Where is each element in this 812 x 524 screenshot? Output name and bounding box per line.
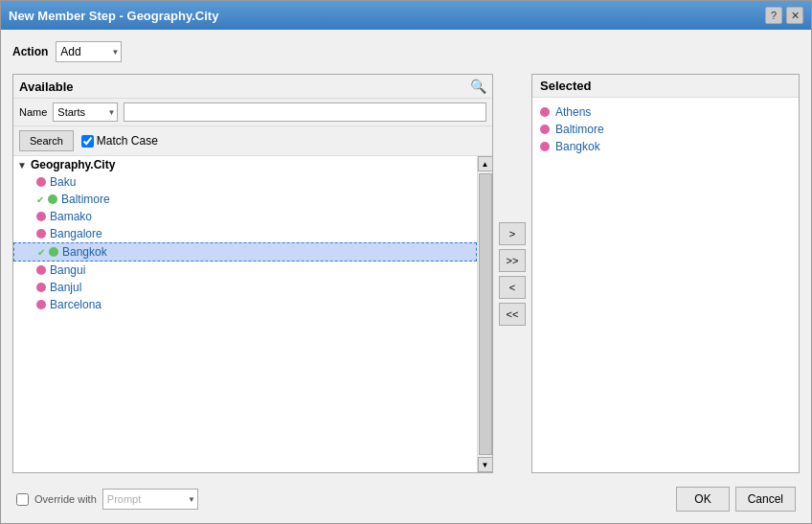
close-button[interactable]: ✕ <box>786 7 803 24</box>
item-link[interactable]: Bamako <box>50 210 92 223</box>
ok-button[interactable]: OK <box>676 487 729 512</box>
action-label: Action <box>12 45 48 58</box>
name-select-wrapper: Starts Contains Ends Equals <box>53 103 118 122</box>
list-item[interactable]: Athens <box>540 103 791 121</box>
tree-group-label: Geography.City <box>31 158 115 171</box>
name-label: Name <box>19 106 47 118</box>
action-select-wrapper: Add Remove Replace <box>56 41 122 62</box>
move-right-button[interactable]: > <box>499 222 526 245</box>
override-checkbox[interactable] <box>16 493 29 506</box>
override-row: Override with Prompt <box>16 489 198 510</box>
move-all-left-button[interactable]: << <box>499 303 526 326</box>
check-icon: ✔ <box>37 247 45 258</box>
override-label: Override with <box>34 493 97 505</box>
status-dot <box>49 247 58 257</box>
status-dot <box>36 229 46 239</box>
item-link[interactable]: Athens <box>555 105 591 119</box>
status-dot <box>36 300 46 309</box>
status-dot <box>36 283 46 292</box>
available-header: Available 🔍 <box>13 75 492 99</box>
status-dot <box>48 194 57 204</box>
list-item[interactable]: Baku <box>13 173 477 191</box>
scroll-up-button[interactable]: ▲ <box>478 156 493 171</box>
item-link[interactable]: Bangkok <box>555 140 600 153</box>
list-item[interactable]: ✔ Baltimore <box>13 191 477 208</box>
prompt-select[interactable]: Prompt <box>102 489 198 510</box>
check-icon: ✔ <box>36 194 44 205</box>
item-link[interactable]: Baku <box>50 175 76 189</box>
status-dot <box>36 265 46 275</box>
action-row: Action Add Remove Replace <box>12 41 800 62</box>
match-case-label[interactable]: Match Case <box>81 134 158 148</box>
search-icon[interactable]: 🔍 <box>470 79 486 94</box>
dialog-title: New Member Step - Geography.City <box>9 9 218 23</box>
search-button[interactable]: Search <box>19 130 74 151</box>
scroll-bar: ▲ ▼ <box>477 156 492 472</box>
bottom-row: Override with Prompt OK Cancel <box>12 481 800 512</box>
scroll-thumb[interactable] <box>479 173 492 455</box>
tree-group-header[interactable]: ▼ Geography.City <box>13 156 477 173</box>
selected-panel: Selected Athens Baltimore Bangkok <box>531 74 800 473</box>
status-dot <box>36 177 46 187</box>
match-case-checkbox[interactable] <box>81 135 94 148</box>
status-dot <box>540 142 550 151</box>
prompt-select-wrapper: Prompt <box>102 489 198 510</box>
transfer-buttons: > >> < << <box>493 74 531 473</box>
list-item[interactable]: Bangui <box>13 262 477 279</box>
available-title: Available <box>19 80 74 94</box>
item-link[interactable]: Baltimore <box>61 193 110 206</box>
list-item[interactable]: Barcelona <box>13 296 477 313</box>
move-all-right-button[interactable]: >> <box>499 249 526 272</box>
scroll-container: ▼ Geography.City Baku ✔ Baltimore <box>13 156 492 472</box>
search-row: Name Starts Contains Ends Equals <box>13 99 492 126</box>
list-item[interactable]: Bangkok <box>540 138 791 155</box>
collapse-arrow-icon: ▼ <box>17 160 27 171</box>
tree-area: ▼ Geography.City Baku ✔ Baltimore <box>13 156 477 472</box>
cancel-button[interactable]: Cancel <box>735 487 796 512</box>
search-controls: Search Match Case <box>13 126 492 156</box>
item-link[interactable]: Baltimore <box>555 123 604 136</box>
title-bar-buttons: ? ✕ <box>765 7 803 24</box>
list-item[interactable]: Bangalore <box>13 225 477 242</box>
action-select[interactable]: Add Remove Replace <box>56 41 122 62</box>
item-link[interactable]: Banjul <box>50 281 81 294</box>
help-button[interactable]: ? <box>765 7 782 24</box>
list-item[interactable]: Bamako <box>13 208 477 225</box>
dialog: New Member Step - Geography.City ? ✕ Act… <box>0 0 812 524</box>
item-link[interactable]: Bangkok <box>62 245 107 259</box>
selected-list: Athens Baltimore Bangkok <box>532 98 799 472</box>
name-select[interactable]: Starts Contains Ends Equals <box>53 103 118 122</box>
status-dot <box>36 212 46 221</box>
main-content: Available 🔍 Name Starts Contains Ends Eq… <box>12 74 800 473</box>
item-link[interactable]: Bangalore <box>50 227 102 240</box>
scroll-down-button[interactable]: ▼ <box>478 457 493 472</box>
ok-cancel-row: OK Cancel <box>676 487 796 512</box>
available-panel: Available 🔍 Name Starts Contains Ends Eq… <box>12 74 493 473</box>
status-dot <box>540 125 550 134</box>
item-link[interactable]: Barcelona <box>50 298 102 311</box>
selected-header: Selected <box>532 75 799 98</box>
list-item-selected[interactable]: ✔ Bangkok <box>13 242 477 262</box>
status-dot <box>540 107 550 117</box>
dialog-body: Action Add Remove Replace Available 🔍 <box>1 30 811 523</box>
search-input[interactable] <box>124 103 486 122</box>
list-item[interactable]: Banjul <box>13 279 477 296</box>
title-bar: New Member Step - Geography.City ? ✕ <box>1 1 811 30</box>
list-item[interactable]: Baltimore <box>540 121 791 138</box>
item-link[interactable]: Bangui <box>50 263 85 277</box>
move-left-button[interactable]: < <box>499 276 526 299</box>
